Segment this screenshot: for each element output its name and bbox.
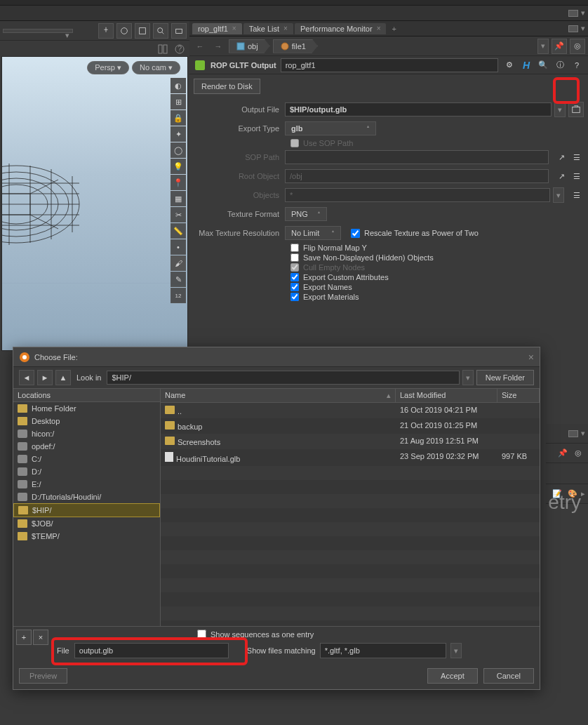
file-name-input[interactable] [74, 643, 229, 658]
dialog-close-button[interactable]: × [528, 352, 534, 363]
file-row[interactable]: Screenshots21 Aug 2019 12:51 PM [161, 434, 540, 449]
render-to-disk-button[interactable]: Render to Disk [194, 79, 260, 94]
tool-bg[interactable]: ▦ [171, 191, 186, 206]
file-row[interactable]: HoudiniTutorial.glb23 Sep 2019 02:32 PM9… [161, 449, 540, 466]
houdini-icon[interactable]: H [519, 58, 533, 72]
nav-up[interactable]: ▲ [55, 370, 71, 385]
max-tex-select[interactable]: No Limit [285, 226, 341, 240]
save-hidden-checkbox[interactable] [290, 253, 299, 262]
tool-light[interactable]: 💡 [171, 159, 186, 174]
info-icon[interactable]: ⓘ [553, 58, 567, 72]
target-icon[interactable] [116, 23, 132, 39]
tool-measure[interactable]: 📏 [171, 223, 186, 239]
tool-pen[interactable]: ✎ [171, 272, 186, 287]
cam-dropdown[interactable]: No cam ▾ [132, 61, 180, 74]
location-item[interactable]: C:/ [13, 453, 160, 465]
target-icon[interactable]: ◎ [570, 39, 585, 54]
preview-button[interactable]: Preview [19, 668, 67, 684]
tool-brush[interactable]: 🖌 [171, 255, 186, 271]
tool-num[interactable]: 12 [171, 288, 186, 303]
nav-fwd[interactable]: ► [37, 370, 53, 385]
history-dropdown[interactable]: ▾ [537, 39, 549, 54]
col-size[interactable]: Size [497, 389, 540, 402]
look-in-dropdown[interactable]: ▾ [462, 370, 474, 385]
location-item[interactable]: $HIP/ [13, 503, 160, 517]
help-icon[interactable]: ? [570, 58, 584, 72]
target-icon[interactable]: ◎ [571, 446, 585, 460]
look-in-input[interactable] [107, 371, 459, 385]
file-row[interactable]: backup21 Oct 2019 01:25 PM [161, 418, 540, 434]
location-item[interactable]: $JOB/ [13, 517, 160, 530]
remove-location-button[interactable]: × [33, 630, 48, 645]
add-location-button[interactable]: + [16, 630, 32, 645]
box-icon[interactable] [171, 23, 187, 39]
persp-dropdown[interactable]: Persp ▾ [87, 61, 129, 74]
nav-back[interactable]: ◄ [19, 370, 34, 385]
objects-dropdown[interactable]: ▾ [553, 187, 564, 203]
texture-format-select[interactable]: PNG [285, 207, 327, 221]
pin-icon[interactable]: 📌 [552, 39, 567, 54]
crumb-file1[interactable]: file1 [273, 39, 318, 53]
output-file-input[interactable] [285, 102, 552, 117]
crumb-obj[interactable]: obj [229, 39, 270, 53]
node-name-input[interactable] [281, 58, 498, 72]
file-row[interactable]: ..16 Oct 2019 04:21 PM [161, 403, 540, 418]
op-menu-icon[interactable]: ☰ [570, 150, 584, 164]
export-custom-checkbox[interactable] [290, 273, 299, 281]
tool-wire[interactable]: ⊞ [171, 94, 186, 109]
nav-fwd[interactable]: → [211, 39, 226, 54]
tool-pin[interactable]: 📍 [171, 175, 186, 190]
tool-cut[interactable]: ✂ [171, 207, 186, 222]
tool-axis[interactable]: ✦ [171, 126, 186, 142]
pin-icon[interactable] [98, 23, 114, 39]
export-type-select[interactable]: glb [285, 121, 376, 135]
cube-icon[interactable] [135, 23, 150, 39]
dock-icon[interactable] [568, 10, 578, 17]
location-item[interactable]: $TEMP/ [13, 530, 160, 543]
add-tab[interactable]: + [387, 25, 400, 33]
tab-take-list[interactable]: Take List× [243, 23, 293, 34]
menu-caret[interactable]: ▾ [581, 8, 585, 18]
tool-shade[interactable]: ◐ [171, 78, 186, 93]
show-sequences-checkbox[interactable] [197, 630, 206, 639]
tool-sphere[interactable]: ◯ [171, 142, 186, 158]
output-file-history[interactable]: ▾ [554, 102, 566, 117]
tool-lock[interactable]: 🔒 [171, 110, 186, 126]
col-name[interactable]: Name ▴ [161, 389, 396, 402]
tool-dot[interactable]: • [171, 239, 186, 255]
viewport[interactable]: Persp ▾ No cam ▾ ◐ ⊞ [1, 56, 188, 351]
close-icon[interactable]: × [232, 25, 236, 32]
view-dropdown[interactable] [3, 29, 73, 33]
nav-back[interactable]: ← [192, 39, 208, 54]
layout-icon[interactable] [156, 42, 170, 56]
accept-button[interactable]: Accept [427, 668, 478, 684]
close-icon[interactable]: × [377, 25, 381, 32]
location-item[interactable]: E:/ [13, 478, 160, 491]
new-folder-button[interactable]: New Folder [476, 370, 534, 385]
help-icon[interactable]: ? [173, 42, 187, 56]
filter-dropdown[interactable]: ▾ [450, 643, 462, 658]
export-materials-checkbox[interactable] [290, 293, 299, 301]
search-icon[interactable] [153, 23, 168, 39]
location-item[interactable]: D:/Tutorials/Houdini/ [13, 491, 160, 503]
col-modified[interactable]: Last Modified [396, 389, 497, 402]
location-item[interactable]: Home Folder [13, 402, 160, 415]
location-item[interactable]: D:/ [13, 465, 160, 478]
cancel-button[interactable]: Cancel [483, 668, 534, 684]
location-item[interactable]: opdef:/ [13, 440, 160, 453]
tab-perf-monitor[interactable]: Performance Monitor× [295, 23, 387, 34]
file-chooser-button[interactable] [568, 102, 584, 117]
op-menu-icon[interactable]: ☰ [570, 188, 584, 202]
op-menu-icon[interactable]: ☰ [570, 169, 584, 183]
tab-rop-gltf1[interactable]: rop_gltf1× [192, 23, 242, 34]
dock-icon[interactable] [568, 25, 578, 32]
flip-normal-checkbox[interactable] [290, 244, 299, 252]
export-names-checkbox[interactable] [290, 283, 299, 291]
location-item[interactable]: hicon:/ [13, 427, 160, 440]
location-item[interactable]: Desktop [13, 415, 160, 427]
filter-input[interactable] [320, 643, 446, 658]
pin-icon[interactable]: 📌 [556, 446, 570, 460]
op-chooser-icon[interactable]: ↗ [554, 150, 568, 164]
search-icon[interactable]: 🔍 [536, 58, 550, 72]
op-chooser-icon[interactable]: ↗ [554, 169, 568, 183]
